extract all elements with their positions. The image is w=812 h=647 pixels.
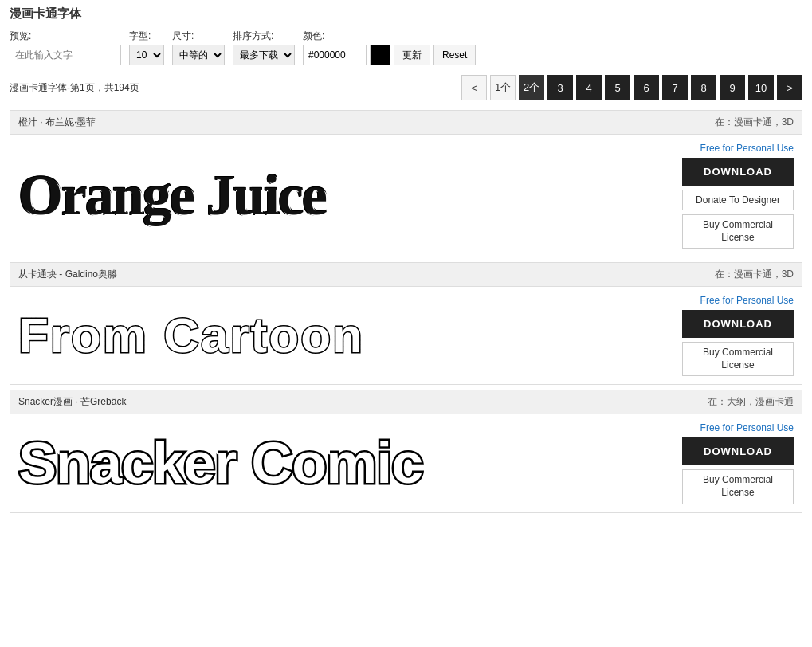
font-cats-1: 在：漫画卡通，3D — [715, 116, 794, 129]
font-actions-2: Free for Personal Use DOWNLOAD Buy Comme… — [682, 295, 794, 376]
font-section-body-3: Snacker Comic Free for Personal Use DOWN… — [10, 414, 802, 512]
pagination-row: 漫画卡通字体-第1页，共194页 < 1个 2个 3 4 5 6 7 8 9 1… — [0, 70, 812, 105]
preview-label: 预览: — [10, 29, 121, 43]
page-header: 漫画卡通字体 — [0, 0, 812, 29]
pagination-info: 漫画卡通字体-第1页，共194页 — [10, 81, 458, 95]
order-select[interactable]: 最多下载最新名称 — [233, 45, 295, 65]
fontsize-label: 字型: — [129, 29, 164, 43]
fontsize-control: 字型: 1081214 — [129, 29, 164, 65]
font-section-orange-juice: 橙汁 · 布兰妮·墨菲 在：漫画卡通，3D Orange Juice Free … — [10, 110, 802, 257]
update-button[interactable]: 更新 — [394, 45, 430, 65]
commercial-button-2[interactable]: Buy Commercial License — [682, 342, 794, 376]
commercial-button-3[interactable]: Buy Commercial License — [682, 469, 794, 504]
controls-row: 预览: 字型: 1081214 尺寸: 中等的小大 排序方式: 最多下载最新名称… — [0, 29, 812, 70]
font-preview-area-2: From Cartoon — [18, 308, 674, 363]
free-label-1: Free for Personal Use — [700, 143, 794, 154]
size-select[interactable]: 中等的小大 — [172, 45, 225, 65]
font-name-2: 从卡通块 - Galdino奥滕 — [18, 268, 117, 281]
font-section-from-cartoon: 从卡通块 - Galdino奥滕 在：漫画卡通，3D From Cartoon … — [10, 262, 802, 385]
preview-input[interactable] — [10, 45, 121, 65]
order-label: 排序方式: — [233, 29, 295, 43]
font-section-header-1: 橙汁 · 布兰妮·墨菲 在：漫画卡通，3D — [10, 111, 802, 135]
download-button-2[interactable]: DOWNLOAD — [682, 310, 794, 338]
font-section-body-2: From Cartoon Free for Personal Use DOWNL… — [10, 287, 802, 384]
download-button-3[interactable]: DOWNLOAD — [682, 437, 794, 465]
font-section-header-3: Snacker漫画 · 芒Grebäck 在：大纲，漫画卡通 — [10, 390, 802, 414]
page-3-button[interactable]: 3 — [547, 75, 573, 100]
font-actions-3: Free for Personal Use DOWNLOAD Buy Comme… — [682, 422, 794, 504]
order-control: 排序方式: 最多下载最新名称 — [233, 29, 295, 65]
page-5-button[interactable]: 5 — [605, 75, 630, 100]
size-label: 尺寸: — [172, 29, 225, 43]
page-2-button[interactable]: 2个 — [519, 75, 544, 100]
font-preview-area-3: Snacker Comic — [18, 432, 674, 495]
color-control: 颜色: 更新 Reset — [303, 29, 476, 65]
page-4-button[interactable]: 4 — [576, 75, 602, 100]
fontsize-select[interactable]: 1081214 — [129, 45, 164, 65]
color-label: 颜色: — [303, 29, 476, 43]
font-name-1: 橙汁 · 布兰妮·墨菲 — [18, 116, 96, 129]
color-text-input[interactable] — [303, 45, 367, 65]
font-section-body-1: Orange Juice Free for Personal Use DOWNL… — [10, 135, 802, 257]
size-control: 尺寸: 中等的小大 — [172, 29, 225, 65]
free-label-2: Free for Personal Use — [700, 295, 794, 306]
color-input-wrap: 更新 Reset — [303, 45, 476, 65]
font-section-header-2: 从卡通块 - Galdino奥滕 在：漫画卡通，3D — [10, 263, 802, 287]
prev-page-button[interactable]: < — [461, 75, 487, 100]
font-preview-area-1: Orange Juice — [18, 164, 674, 227]
page-8-button[interactable]: 8 — [691, 75, 716, 100]
font-preview-text-1: Orange Juice — [18, 164, 674, 227]
reset-button[interactable]: Reset — [433, 45, 476, 65]
page-10-button[interactable]: 10 — [748, 75, 774, 100]
font-cats-2: 在：漫画卡通，3D — [715, 268, 794, 281]
font-cats-3: 在：大纲，漫画卡通 — [708, 395, 794, 409]
page-7-button[interactable]: 7 — [662, 75, 688, 100]
preview-control: 预览: — [10, 29, 121, 65]
page-title: 漫画卡通字体 — [10, 6, 802, 22]
page-9-button[interactable]: 9 — [720, 75, 745, 100]
font-actions-1: Free for Personal Use DOWNLOAD Donate To… — [682, 143, 794, 249]
font-preview-text-3: Snacker Comic — [18, 432, 674, 495]
commercial-button-1[interactable]: Buy Commercial License — [682, 214, 794, 249]
font-preview-text-2: From Cartoon — [18, 308, 674, 363]
next-page-button[interactable]: > — [777, 75, 802, 100]
free-label-3: Free for Personal Use — [700, 422, 794, 433]
color-swatch[interactable] — [370, 45, 390, 65]
page-6-button[interactable]: 6 — [634, 75, 659, 100]
download-button-1[interactable]: DOWNLOAD — [682, 158, 794, 186]
donate-button-1[interactable]: Donate To Designer — [682, 190, 794, 210]
page-1-button[interactable]: 1个 — [490, 75, 516, 100]
font-section-snacker-comic: Snacker漫画 · 芒Grebäck 在：大纲，漫画卡通 Snacker C… — [10, 390, 802, 512]
font-name-3: Snacker漫画 · 芒Grebäck — [18, 395, 126, 409]
